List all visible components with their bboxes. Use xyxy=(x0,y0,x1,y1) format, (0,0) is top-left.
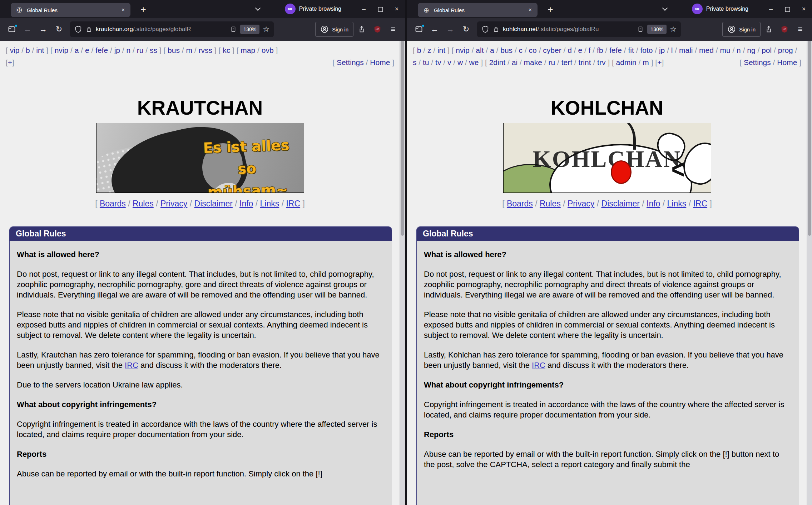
url-text[interactable]: krautchan.org/.static/pages/globalR xyxy=(96,26,227,33)
link-settings[interactable]: Settings xyxy=(744,58,771,66)
link-boards[interactable]: Boards xyxy=(100,199,126,208)
link-ai[interactable]: ai xyxy=(512,58,518,66)
link-e[interactable]: e xyxy=(85,46,89,54)
ublock-origin-button[interactable]: uO xyxy=(370,22,385,36)
new-tab-button[interactable]: + xyxy=(544,4,557,15)
link-info[interactable]: Info xyxy=(647,199,660,208)
lock-icon[interactable] xyxy=(492,26,500,33)
browser-tab[interactable]: ⊕ Global Rules × xyxy=(418,3,538,17)
tracking-shield-icon[interactable] xyxy=(74,25,82,33)
link-we[interactable]: we xyxy=(469,58,479,66)
link-nvip[interactable]: nvip xyxy=(456,46,470,54)
link-tu[interactable]: tu xyxy=(423,58,429,66)
bookmark-star-icon[interactable]: ☆ xyxy=(263,25,269,34)
link-mali[interactable]: mali xyxy=(679,46,693,54)
scrollbar-thumb[interactable] xyxy=(808,41,811,236)
link-links[interactable]: Links xyxy=(260,199,279,208)
link-mu[interactable]: mu xyxy=(720,46,730,54)
tab-close-icon[interactable]: × xyxy=(527,7,533,13)
link-pol[interactable]: pol xyxy=(762,46,772,54)
reload-button[interactable]: ↻ xyxy=(459,22,474,36)
link-disclaimer[interactable]: Disclaimer xyxy=(601,199,640,208)
link-add-board[interactable]: + xyxy=(657,58,662,66)
link-ss[interactable]: ss xyxy=(150,46,157,54)
link-bus[interactable]: bus xyxy=(168,46,180,54)
link-bus[interactable]: bus xyxy=(500,46,513,54)
link-prog[interactable]: prog xyxy=(778,46,793,54)
menu-button[interactable]: ≡ xyxy=(386,22,401,36)
link-n[interactable]: n xyxy=(737,46,741,54)
link-admin[interactable]: admin xyxy=(616,58,637,66)
link-irc[interactable]: IRC xyxy=(286,199,300,208)
link-m[interactable]: m xyxy=(186,46,192,54)
link-add-board[interactable]: + xyxy=(8,58,12,66)
link-map[interactable]: map xyxy=(241,46,255,54)
link-trint[interactable]: trint xyxy=(579,58,591,66)
link-rules[interactable]: Rules xyxy=(540,199,561,208)
link-irc[interactable]: IRC xyxy=(125,361,138,370)
link-info[interactable]: Info xyxy=(239,199,253,208)
link-n[interactable]: n xyxy=(127,46,131,54)
link-a[interactable]: a xyxy=(75,46,79,54)
link-disclaimer[interactable]: Disclaimer xyxy=(194,199,233,208)
link-co[interactable]: co xyxy=(529,46,537,54)
link-fefe[interactable]: fefe xyxy=(609,46,622,54)
link-irc[interactable]: IRC xyxy=(532,361,545,370)
link-ru[interactable]: ru xyxy=(137,46,144,54)
firefox-view-button[interactable] xyxy=(411,22,426,36)
link-d[interactable]: d xyxy=(568,46,572,54)
link-foto[interactable]: foto xyxy=(640,46,653,54)
forward-button[interactable]: → xyxy=(443,22,458,36)
link-med[interactable]: med xyxy=(699,46,714,54)
window-close-button[interactable]: × xyxy=(796,0,812,18)
link-tv[interactable]: tv xyxy=(435,58,441,66)
tab-close-icon[interactable]: × xyxy=(120,7,126,13)
share-button[interactable] xyxy=(761,22,776,36)
link-links[interactable]: Links xyxy=(667,199,687,208)
link-settings[interactable]: Settings xyxy=(337,58,364,66)
link-fefe[interactable]: fefe xyxy=(95,46,108,54)
link-alt[interactable]: alt xyxy=(476,46,484,54)
link-v[interactable]: v xyxy=(447,58,451,66)
link-a[interactable]: a xyxy=(490,46,494,54)
link-rules[interactable]: Rules xyxy=(133,199,154,208)
zoom-level-badge[interactable]: 130% xyxy=(240,25,259,34)
minimize-button[interactable]: – xyxy=(763,0,779,18)
link-fb[interactable]: fb xyxy=(597,46,603,54)
sign-in-button[interactable]: Sign in xyxy=(315,22,353,37)
link-make[interactable]: make xyxy=(524,58,542,66)
link-z[interactable]: z xyxy=(427,46,431,54)
share-button[interactable] xyxy=(354,22,369,36)
page-scrollbar[interactable] xyxy=(400,41,405,505)
page-scrollbar[interactable] xyxy=(807,41,812,505)
zoom-level-badge[interactable]: 130% xyxy=(647,25,667,34)
scrollbar-thumb[interactable] xyxy=(401,41,404,236)
link-terf[interactable]: terf xyxy=(561,58,572,66)
link-m[interactable]: m xyxy=(643,58,649,66)
link-fit[interactable]: fit xyxy=(628,46,634,54)
tracking-shield-icon[interactable] xyxy=(481,25,489,33)
new-tab-button[interactable]: + xyxy=(137,4,150,15)
sign-in-button[interactable]: Sign in xyxy=(722,22,761,37)
link-home[interactable]: Home xyxy=(370,58,390,66)
maximize-button[interactable] xyxy=(372,0,388,18)
link-ovb[interactable]: ovb xyxy=(262,46,274,54)
link-w[interactable]: w xyxy=(457,58,463,66)
link-privacy[interactable]: Privacy xyxy=(160,199,187,208)
link-home[interactable]: Home xyxy=(777,58,797,66)
back-button[interactable]: ← xyxy=(20,22,35,36)
link-irc[interactable]: IRC xyxy=(693,199,707,208)
link-int[interactable]: int xyxy=(36,46,44,54)
link-boards[interactable]: Boards xyxy=(507,199,533,208)
reader-view-icon[interactable] xyxy=(230,26,237,33)
link-s[interactable]: s xyxy=(413,58,417,66)
reader-view-icon[interactable] xyxy=(637,26,644,33)
link-2dint[interactable]: 2dint xyxy=(489,58,506,66)
link-ru[interactable]: ru xyxy=(548,58,555,66)
link-jp[interactable]: jp xyxy=(659,46,665,54)
link-rvss[interactable]: rvss xyxy=(198,46,212,54)
link-kc[interactable]: kc xyxy=(223,46,230,54)
url-text[interactable]: kohlchan.net/.static/pages/globalRu xyxy=(503,26,634,33)
link-b[interactable]: b xyxy=(26,46,30,54)
link-ng[interactable]: ng xyxy=(747,46,755,54)
